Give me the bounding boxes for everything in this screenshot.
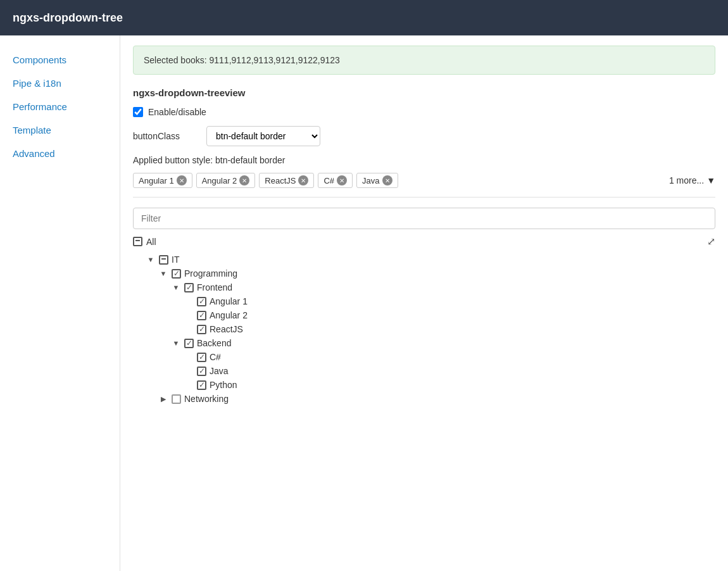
- tree-item-frontend: ▼ Frontend: [171, 280, 715, 294]
- label-frontend: Frontend: [197, 282, 232, 292]
- label-backend: Backend: [197, 338, 231, 348]
- label-programming: Programming: [184, 268, 237, 279]
- tag-csharp: C# ✕: [318, 173, 353, 188]
- sidebar-item-pipe-i18n[interactable]: Pipe & i18n: [6, 72, 113, 95]
- label-angular1: Angular 1: [210, 296, 248, 306]
- tag-csharp-close[interactable]: ✕: [337, 175, 347, 185]
- checkbox-angular2[interactable]: [197, 311, 206, 320]
- tree-item-csharp: C#: [184, 350, 715, 364]
- buttonclass-label: buttonClass: [133, 131, 196, 141]
- component-title: ngxs-dropdown-treeview: [133, 87, 715, 98]
- checkbox-frontend[interactable]: [184, 283, 194, 292]
- all-label: All: [146, 237, 156, 247]
- filter-input[interactable]: [133, 208, 715, 229]
- main-layout: Components Pipe & i18n Performance Templ…: [0, 35, 728, 571]
- expand-icon[interactable]: ⤢: [707, 235, 715, 248]
- selected-books-text: Selected books: 9111,9112,9113,9121,9122…: [144, 55, 340, 65]
- more-link-chevron-icon: ▼: [706, 175, 715, 185]
- tag-reactjs-label: ReactJS: [265, 176, 296, 185]
- toggle-networking[interactable]: ▶: [158, 394, 168, 404]
- enable-disable-row: Enable/disable: [133, 107, 715, 117]
- tree-item-backend: ▼ Backend: [171, 336, 715, 350]
- buttonclass-row: buttonClass btn-default border: [133, 126, 715, 146]
- tree-all-row: All: [133, 237, 156, 247]
- checkbox-python[interactable]: [197, 380, 206, 390]
- tag-angular1: Angular 1 ✕: [133, 173, 192, 188]
- tag-java-label: Java: [362, 176, 379, 185]
- sidebar-item-advanced[interactable]: Advanced: [6, 142, 113, 165]
- sidebar-item-template[interactable]: Template: [6, 118, 113, 142]
- label-networking: Networking: [184, 394, 229, 404]
- tag-angular2-close[interactable]: ✕: [239, 175, 249, 185]
- tag-angular2: Angular 2 ✕: [196, 173, 256, 188]
- selected-banner: Selected books: 9111,9112,9113,9121,9122…: [133, 46, 715, 75]
- label-csharp: C#: [210, 352, 221, 362]
- tree-item-programming: ▼ Programming: [158, 267, 715, 280]
- tree-item-java: Java: [184, 364, 715, 378]
- enable-disable-label: Enable/disable: [148, 107, 206, 117]
- tag-angular2-label: Angular 2: [202, 176, 237, 185]
- tags-row: Angular 1 ✕ Angular 2 ✕ ReactJS ✕ C# ✕ J…: [133, 173, 715, 198]
- buttonclass-select[interactable]: btn-default border: [206, 126, 320, 146]
- checkbox-it[interactable]: [159, 255, 168, 265]
- toggle-backend[interactable]: ▼: [171, 338, 181, 348]
- checkbox-csharp[interactable]: [197, 353, 206, 362]
- tag-angular1-label: Angular 1: [139, 176, 174, 185]
- label-java: Java: [210, 366, 229, 376]
- sidebar: Components Pipe & i18n Performance Templ…: [0, 35, 120, 571]
- label-it: IT: [172, 254, 179, 265]
- applied-style-text: Applied button style: btn-default border: [133, 155, 715, 165]
- more-link[interactable]: 1 more... ▼: [669, 175, 715, 185]
- label-reactjs: ReactJS: [210, 324, 243, 334]
- checkbox-angular1[interactable]: [197, 297, 206, 306]
- app-title: ngxs-dropdown-tree: [13, 11, 123, 25]
- more-link-label: 1 more...: [669, 175, 704, 185]
- tree-header: All ⤢: [133, 235, 715, 248]
- checkbox-networking[interactable]: [172, 394, 181, 404]
- toggle-frontend[interactable]: ▼: [171, 282, 181, 292]
- main-content: Selected books: 9111,9112,9113,9121,9122…: [120, 35, 728, 571]
- tag-reactjs-close[interactable]: ✕: [298, 175, 308, 185]
- tree-item-reactjs: ReactJS: [184, 322, 715, 336]
- tree-item-python: Python: [184, 378, 715, 392]
- app-header: ngxs-dropdown-tree: [0, 0, 728, 35]
- checkbox-backend[interactable]: [184, 339, 194, 348]
- checkbox-reactjs[interactable]: [197, 325, 206, 334]
- sidebar-item-performance[interactable]: Performance: [6, 95, 113, 118]
- toggle-it[interactable]: ▼: [146, 254, 156, 265]
- sidebar-item-components[interactable]: Components: [6, 48, 113, 72]
- label-angular2: Angular 2: [210, 310, 248, 320]
- tag-csharp-label: C#: [323, 176, 334, 185]
- label-python: Python: [210, 380, 237, 390]
- toggle-programming[interactable]: ▼: [158, 268, 168, 279]
- tag-angular1-close[interactable]: ✕: [177, 175, 187, 185]
- tag-reactjs: ReactJS ✕: [259, 173, 314, 188]
- tree-item-angular1: Angular 1: [184, 294, 715, 308]
- tree-item-angular2: Angular 2: [184, 308, 715, 322]
- tag-java-close[interactable]: ✕: [382, 175, 392, 185]
- checkbox-programming[interactable]: [172, 269, 181, 279]
- all-checkbox[interactable]: [133, 237, 142, 246]
- tree: ▼ IT ▼ Programming ▼ Frontend Angular 1: [133, 253, 715, 406]
- tree-item-it: ▼ IT: [146, 253, 715, 267]
- tag-java: Java ✕: [356, 173, 398, 188]
- tree-item-networking: ▶ Networking: [158, 392, 715, 406]
- checkbox-java[interactable]: [197, 367, 206, 376]
- enable-disable-checkbox[interactable]: [133, 107, 143, 117]
